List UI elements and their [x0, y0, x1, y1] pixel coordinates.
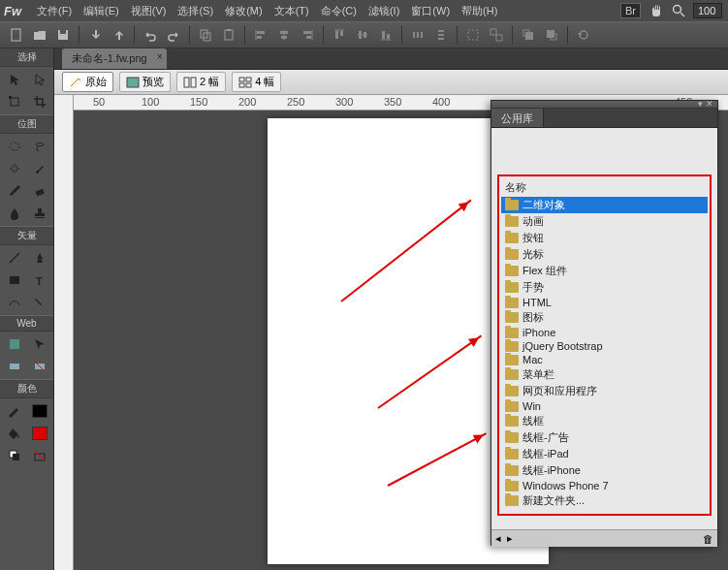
menu-filter[interactable]: 滤镜(I)	[363, 4, 405, 18]
knife-tool[interactable]	[27, 292, 51, 313]
library-folder-item[interactable]: 线框-iPad	[501, 446, 708, 462]
menu-window[interactable]: 窗口(W)	[405, 4, 456, 18]
eraser-tool[interactable]	[27, 180, 51, 202]
library-folder-item[interactable]: 线框-广告	[501, 429, 708, 446]
align-bottom-button[interactable]	[375, 25, 396, 45]
panel-menu-icon[interactable]: ▾ ✕	[698, 99, 713, 109]
ungroup-button[interactable]	[486, 25, 507, 45]
bridge-button[interactable]: Br	[620, 3, 641, 18]
distribute-h-button[interactable]	[407, 25, 428, 45]
import-button[interactable]	[84, 25, 106, 45]
library-folder-item[interactable]: 动画	[501, 213, 708, 230]
pencil-tool[interactable]	[2, 180, 26, 202]
library-folder-item[interactable]: 手势	[501, 279, 708, 296]
align-center-button[interactable]	[273, 25, 295, 45]
menu-modify[interactable]: 修改(M)	[219, 4, 269, 18]
svg-rect-40	[11, 98, 18, 106]
stroke-swatch[interactable]	[27, 400, 51, 422]
align-right-button[interactable]	[297, 25, 318, 45]
hide-slice-button[interactable]	[2, 356, 26, 377]
library-folder-item[interactable]: Mac	[501, 353, 708, 366]
library-folder-item[interactable]: Win	[501, 399, 708, 413]
hand-icon[interactable]	[649, 3, 664, 18]
paste-button[interactable]	[218, 25, 239, 45]
line-tool[interactable]	[2, 247, 26, 269]
stamp-tool[interactable]	[27, 203, 51, 224]
document-tab[interactable]: 未命名-1.fw.png ×	[62, 48, 167, 69]
menu-select[interactable]: 选择(S)	[172, 4, 219, 18]
default-colors-button[interactable]	[2, 445, 26, 466]
four-up-button[interactable]: 4 幅	[232, 72, 281, 92]
undo-button[interactable]	[140, 25, 161, 45]
next-button[interactable]: ▸	[507, 532, 513, 545]
library-folder-item[interactable]: iPhone	[501, 326, 708, 339]
preview-view-button[interactable]: 预览	[119, 72, 171, 92]
menu-file[interactable]: 文件(F)	[31, 4, 78, 18]
menu-help[interactable]: 帮助(H)	[456, 4, 503, 18]
menu-view[interactable]: 视图(V)	[125, 4, 173, 18]
front-button[interactable]	[518, 25, 539, 45]
export-button[interactable]	[108, 25, 129, 45]
library-folder-item[interactable]: 网页和应用程序	[501, 383, 708, 399]
slice-tool[interactable]	[27, 333, 51, 355]
blur-tool[interactable]	[2, 203, 26, 224]
library-folder-item[interactable]: jQuery Bootstrap	[501, 339, 708, 353]
redo-button[interactable]	[163, 25, 184, 45]
open-button[interactable]	[29, 25, 50, 45]
subselect-tool[interactable]	[27, 69, 51, 90]
pen-tool[interactable]	[27, 247, 51, 269]
prev-button[interactable]: ◂	[495, 532, 501, 545]
fill-swatch[interactable]	[27, 423, 51, 444]
delete-button[interactable]: 🗑	[703, 533, 713, 545]
text-tool[interactable]: T	[27, 269, 51, 291]
library-folder-item[interactable]: 线框-iPhone	[501, 462, 708, 479]
lasso-tool[interactable]	[27, 136, 51, 157]
align-middle-button[interactable]	[352, 25, 373, 45]
panel-titlebar[interactable]: ▾ ✕	[491, 101, 717, 109]
original-view-button[interactable]: 原始	[62, 72, 113, 92]
brush-tool[interactable]	[27, 158, 51, 179]
rotate-button[interactable]	[573, 25, 594, 45]
close-tab-icon[interactable]: ×	[157, 51, 163, 62]
library-folder-item[interactable]: 按钮	[501, 230, 708, 246]
library-folder-item[interactable]: 线框	[501, 413, 708, 429]
panel-tab-common-library[interactable]: 公用库	[491, 109, 544, 127]
rectangle-tool[interactable]	[2, 269, 26, 291]
library-header-name[interactable]: 名称	[501, 178, 708, 197]
distribute-v-button[interactable]	[430, 25, 452, 45]
fill-color[interactable]	[2, 423, 26, 444]
marquee-tool[interactable]	[2, 136, 26, 157]
show-slice-button[interactable]	[27, 356, 51, 377]
align-top-button[interactable]	[329, 25, 350, 45]
search-icon[interactable]	[672, 4, 685, 17]
scale-tool[interactable]	[2, 91, 26, 112]
menu-command[interactable]: 命令(C)	[315, 4, 363, 18]
swap-colors-button[interactable]	[27, 445, 51, 466]
back-button[interactable]	[541, 25, 562, 45]
copy-button[interactable]	[195, 25, 216, 45]
menu-edit[interactable]: 编辑(E)	[78, 4, 125, 18]
library-folder-item[interactable]: 新建文件夹...	[501, 492, 708, 509]
new-button[interactable]	[6, 25, 27, 45]
align-left-button[interactable]	[250, 25, 271, 45]
library-folder-item[interactable]: 图标	[501, 309, 708, 326]
two-up-button[interactable]: 2 幅	[176, 72, 226, 92]
common-library-panel: ▾ ✕ 公用库 名称 二维对象动画按钮光标Flex 组件手势HTML图标iPho…	[491, 100, 718, 546]
library-folder-item[interactable]: 光标	[501, 246, 708, 263]
stroke-color[interactable]	[2, 400, 26, 422]
freeform-tool[interactable]	[2, 292, 26, 313]
hotspot-tool[interactable]	[2, 333, 26, 355]
group-button[interactable]	[462, 25, 484, 45]
menu-text[interactable]: 文本(T)	[269, 4, 315, 18]
crop-tool[interactable]	[27, 91, 51, 112]
library-item-label: 新建文件夹...	[522, 493, 585, 508]
zoom-input[interactable]: 100	[693, 3, 722, 18]
library-folder-item[interactable]: 二维对象	[501, 197, 708, 213]
wand-tool[interactable]	[2, 158, 26, 179]
pointer-tool[interactable]	[2, 69, 26, 90]
save-button[interactable]	[52, 25, 74, 45]
library-folder-item[interactable]: 菜单栏	[501, 366, 708, 383]
library-folder-item[interactable]: Windows Phone 7	[501, 479, 708, 492]
library-folder-item[interactable]: HTML	[501, 296, 708, 309]
library-folder-item[interactable]: Flex 组件	[501, 263, 708, 279]
